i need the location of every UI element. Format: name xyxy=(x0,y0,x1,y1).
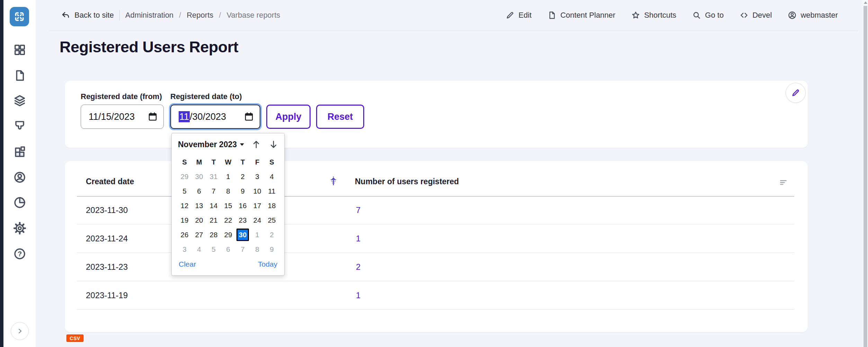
calendar-day[interactable]: 7 xyxy=(206,184,221,198)
created-date-cell: 2023-11-19 xyxy=(86,291,128,300)
table-options-icon[interactable] xyxy=(779,178,788,187)
user-icon xyxy=(788,11,797,20)
calendar-day[interactable]: 15 xyxy=(221,198,235,213)
calendar-day[interactable]: 4 xyxy=(265,169,279,184)
breadcrumb-reports[interactable]: Reports xyxy=(187,11,213,20)
help-icon[interactable]: ? xyxy=(13,247,27,261)
calendar-day[interactable]: 19 xyxy=(177,213,192,228)
csv-export-link[interactable]: CSV xyxy=(66,335,83,342)
calendar-day[interactable]: 8 xyxy=(221,184,235,198)
calendar-day[interactable]: 26 xyxy=(177,228,192,242)
calendar-day[interactable]: 5 xyxy=(177,184,192,198)
calendar-day[interactable]: 5 xyxy=(206,242,221,257)
calendar-day[interactable]: 2 xyxy=(265,228,279,242)
calendar-day[interactable]: 12 xyxy=(177,198,192,213)
calendar-day[interactable]: 7 xyxy=(235,242,250,257)
calendar-day[interactable]: 29 xyxy=(221,228,235,242)
content-file-icon[interactable] xyxy=(13,69,27,82)
calendar-day[interactable]: 1 xyxy=(221,169,235,184)
date-picker-header: November 2023 xyxy=(178,138,279,151)
calendar-day[interactable]: 6 xyxy=(221,242,235,257)
varbase-logo-icon[interactable] xyxy=(10,7,29,26)
calendar-day[interactable]: 25 xyxy=(265,213,279,228)
calendar-day[interactable]: 30 xyxy=(192,169,206,184)
calendar-day[interactable]: 17 xyxy=(250,198,265,213)
calendar-day[interactable]: 20 xyxy=(192,213,206,228)
reports-pie-icon[interactable] xyxy=(13,196,27,210)
created-date-column-header[interactable]: Created date xyxy=(86,177,134,186)
registered-date-from-input[interactable]: 11/15/2023 xyxy=(81,105,164,129)
scrollbar-up-button[interactable] xyxy=(864,1,867,4)
appearance-paint-icon[interactable] xyxy=(13,119,27,133)
structure-layers-icon[interactable] xyxy=(13,94,27,107)
pencil-icon xyxy=(791,88,800,97)
sort-ascending-icon[interactable] xyxy=(329,176,338,186)
chevron-down-icon xyxy=(240,143,244,146)
registered-date-to-input[interactable]: 11/30/2023 xyxy=(170,105,260,129)
calendar-day[interactable]: 9 xyxy=(235,184,250,198)
dashboard-grid-icon[interactable] xyxy=(13,43,27,57)
calendar-day[interactable]: 28 xyxy=(206,228,221,242)
extend-blocks-icon[interactable] xyxy=(13,145,27,159)
calendar-day[interactable]: 27 xyxy=(192,228,206,242)
calendar-icon xyxy=(244,112,254,122)
configuration-gear-icon[interactable] xyxy=(13,221,27,235)
calendar-day[interactable]: 3 xyxy=(177,242,192,257)
return-arrow-icon xyxy=(61,11,70,20)
search-icon xyxy=(692,11,701,20)
registered-count-link[interactable]: 7 xyxy=(356,205,360,215)
sidebar-expand-button[interactable] xyxy=(11,322,29,340)
previous-month-arrow-icon[interactable] xyxy=(251,139,261,150)
clear-link[interactable]: Clear xyxy=(179,260,196,268)
breadcrumb-divider xyxy=(119,10,120,20)
calendar-day[interactable]: 1 xyxy=(250,228,265,242)
apply-button[interactable]: Apply xyxy=(266,105,311,129)
content-planner-menu-item[interactable]: Content Planner xyxy=(547,11,615,20)
calendar-day[interactable]: 2 xyxy=(235,169,250,184)
calendar-day[interactable]: 6 xyxy=(192,184,206,198)
registered-count-link[interactable]: 1 xyxy=(356,291,360,300)
next-month-arrow-icon[interactable] xyxy=(268,139,279,150)
calendar-day[interactable]: 14 xyxy=(206,198,221,213)
calendar-day[interactable]: 11 xyxy=(265,184,279,198)
calendar-day[interactable]: 3 xyxy=(250,169,265,184)
calendar-day[interactable]: 8 xyxy=(250,242,265,257)
devel-menu-item[interactable]: Devel xyxy=(740,11,772,20)
calendar-day[interactable]: 24 xyxy=(250,213,265,228)
today-link[interactable]: Today xyxy=(258,260,277,268)
date-picker-footer: Clear Today xyxy=(179,260,277,268)
edit-menu-item[interactable]: Edit xyxy=(505,11,531,20)
go-to-menu-item[interactable]: Go to xyxy=(692,11,724,20)
users-registered-column-header[interactable]: Number of users registered xyxy=(355,177,459,186)
calendar-day-selected[interactable]: 30 xyxy=(235,228,250,242)
calendar-day[interactable]: 13 xyxy=(192,198,206,213)
registered-count-link[interactable]: 2 xyxy=(356,262,360,272)
registered-count-link[interactable]: 1 xyxy=(356,234,360,243)
people-icon[interactable] xyxy=(13,170,27,184)
scrollbar-thumb[interactable] xyxy=(863,6,867,347)
calendar-day[interactable]: 4 xyxy=(192,242,206,257)
breadcrumb-administration[interactable]: Administration xyxy=(125,11,173,20)
calendar-day[interactable]: 31 xyxy=(206,169,221,184)
calendar-day[interactable]: 21 xyxy=(206,213,221,228)
table-row: 2023-11-191 xyxy=(77,281,794,310)
admin-top-menu: Edit Content Planner Shortcuts Go to Dev… xyxy=(505,0,838,30)
calendar-day[interactable]: 18 xyxy=(265,198,279,213)
back-to-site-link[interactable]: Back to site xyxy=(61,11,114,20)
weekday-header-row: S M T W T F S xyxy=(177,156,279,168)
shortcuts-menu-item[interactable]: Shortcuts xyxy=(631,11,676,20)
calendar-day[interactable]: 16 xyxy=(235,198,250,213)
calendar-day[interactable]: 10 xyxy=(250,184,265,198)
calendar-day[interactable]: 9 xyxy=(265,242,279,257)
calendar-day[interactable]: 23 xyxy=(235,213,250,228)
breadcrumb-separator: / xyxy=(219,11,221,20)
calendar-days-grid: 2930311234567891011121314151617181920212… xyxy=(177,169,279,257)
edit-view-button[interactable] xyxy=(786,83,806,103)
calendar-day[interactable]: 22 xyxy=(221,213,235,228)
reset-button[interactable]: Reset xyxy=(316,105,364,129)
date-to-value: 11/30/2023 xyxy=(179,112,226,122)
created-date-cell: 2023-11-30 xyxy=(86,205,128,215)
user-account-menu-item[interactable]: webmaster xyxy=(788,11,838,20)
calendar-day[interactable]: 29 xyxy=(177,169,192,184)
month-year-dropdown[interactable]: November 2023 xyxy=(178,140,244,149)
